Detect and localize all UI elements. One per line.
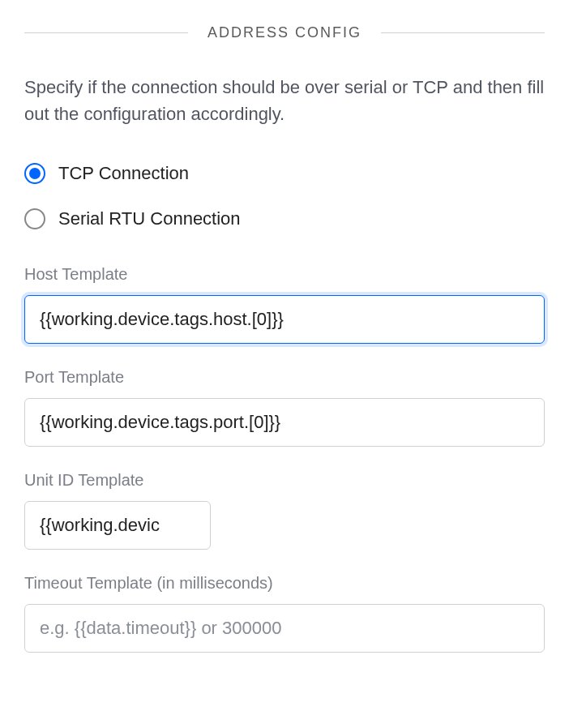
host-template-field: Host Template: [24, 265, 545, 344]
section-description: Specify if the connection should be over…: [24, 74, 545, 127]
port-template-label: Port Template: [24, 368, 545, 387]
serial-rtu-connection-radio[interactable]: Serial RTU Connection: [24, 208, 545, 229]
host-template-input[interactable]: [24, 295, 545, 344]
port-template-input[interactable]: [24, 398, 545, 447]
unit-id-template-input[interactable]: [24, 501, 211, 550]
timeout-template-input[interactable]: [24, 604, 545, 653]
tcp-connection-radio[interactable]: TCP Connection: [24, 163, 545, 184]
section-divider: ADDRESS CONFIG: [24, 24, 545, 41]
unit-id-template-field: Unit ID Template: [24, 471, 545, 550]
connection-type-radio-group: TCP Connection Serial RTU Connection: [24, 163, 545, 229]
port-template-field: Port Template: [24, 368, 545, 447]
radio-unselected-icon: [24, 208, 45, 229]
radio-selected-icon: [24, 163, 45, 184]
divider-line-left: [24, 32, 188, 33]
tcp-radio-label: TCP Connection: [58, 163, 189, 184]
host-template-label: Host Template: [24, 265, 545, 284]
section-title: ADDRESS CONFIG: [188, 24, 381, 41]
timeout-template-field: Timeout Template (in milliseconds): [24, 574, 545, 653]
timeout-template-label: Timeout Template (in milliseconds): [24, 574, 545, 593]
divider-line-right: [381, 32, 545, 33]
serial-radio-label: Serial RTU Connection: [58, 208, 241, 229]
unit-id-template-label: Unit ID Template: [24, 471, 545, 490]
